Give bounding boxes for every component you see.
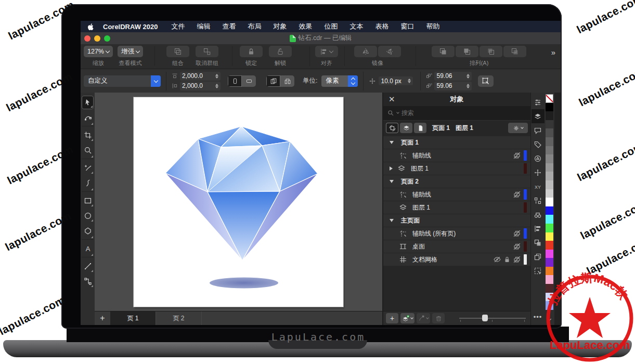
all-pages-size-button[interactable] — [280, 75, 294, 87]
printer-off-icon[interactable] — [513, 242, 521, 251]
menu-帮助[interactable]: 帮助 — [426, 22, 439, 31]
tree-page-row[interactable]: 页面 1 — [383, 136, 530, 149]
page-tab[interactable]: 页 1 — [110, 311, 156, 325]
drawing-canvas[interactable]: + 页 1页 2 — [95, 93, 382, 325]
collapse-arrow-icon[interactable] — [390, 141, 394, 144]
layer-color-indicator[interactable] — [524, 189, 527, 200]
menu-查看[interactable]: 查看 — [222, 22, 236, 31]
tag-docker-icon[interactable] — [532, 137, 545, 151]
color-swatch[interactable] — [546, 224, 553, 232]
color-swatch[interactable] — [546, 189, 553, 198]
docker-search-input[interactable]: 搜索 — [383, 106, 530, 121]
text-tool[interactable]: A — [82, 242, 94, 257]
app-name[interactable]: CorelDRAW 2020 — [103, 23, 158, 31]
printer-off-icon[interactable] — [513, 255, 521, 264]
color-swatch[interactable] — [546, 154, 553, 163]
arrange-back-one-button[interactable] — [503, 46, 526, 57]
boundary-docker-icon[interactable] — [532, 264, 545, 278]
tree-layer-row[interactable]: 辅助线 — [383, 188, 530, 201]
add-page-button[interactable]: + — [95, 311, 110, 325]
landscape-orientation-button[interactable] — [242, 75, 256, 87]
line-tool[interactable] — [82, 259, 94, 273]
align-dropdown-button[interactable] — [315, 46, 338, 57]
layer-color-indicator[interactable] — [524, 241, 527, 252]
apple-logo-icon[interactable] — [87, 23, 95, 31]
toolbar-overflow-button[interactable]: » — [551, 46, 558, 57]
no-fill-swatch[interactable] — [546, 94, 553, 103]
mirror-horizontal-button[interactable] — [354, 46, 377, 57]
symbols-docker-icon[interactable] — [532, 151, 545, 165]
lock-button[interactable] — [240, 46, 263, 57]
treat-as-filled-button[interactable] — [478, 75, 494, 87]
new-page-button[interactable]: + — [386, 313, 398, 323]
color-swatch[interactable] — [546, 128, 553, 137]
layer-color-indicator[interactable] — [524, 150, 527, 161]
color-swatch[interactable] — [546, 172, 553, 180]
menu-窗口[interactable]: 窗口 — [400, 22, 414, 31]
units-dropdown[interactable]: 像素 — [321, 75, 358, 87]
ellipse-tool[interactable] — [82, 209, 94, 223]
duplicate-x-field[interactable]: 59.06 — [434, 72, 472, 81]
color-swatch[interactable] — [546, 163, 553, 172]
comments-docker-icon[interactable] — [532, 123, 545, 137]
menu-编辑[interactable]: 编辑 — [197, 22, 210, 31]
mirror-vertical-button[interactable] — [378, 46, 401, 57]
zoom-tool[interactable] — [82, 144, 94, 159]
portrait-orientation-button[interactable] — [228, 75, 242, 87]
arrange-to-front-button[interactable] — [432, 46, 455, 57]
lock-icon[interactable] — [503, 255, 511, 264]
delete-button[interactable] — [432, 313, 445, 323]
color-swatch[interactable] — [546, 206, 553, 215]
layer-color-indicator[interactable] — [524, 163, 527, 174]
page-height-field[interactable]: 2,000.0 — [180, 82, 221, 90]
current-page-size-button[interactable] — [266, 75, 280, 87]
smart-drawing-tool[interactable] — [82, 176, 94, 192]
color-swatch[interactable] — [546, 250, 553, 258]
diamond-artwork[interactable] — [134, 97, 343, 307]
menu-文本[interactable]: 文本 — [349, 22, 363, 31]
tree-layer-row[interactable]: 文档网格 — [383, 253, 530, 266]
objects-docker-icon[interactable] — [532, 109, 545, 123]
tree-layer-row[interactable]: 辅助线 (所有页) — [383, 227, 530, 240]
connector-tool[interactable] — [82, 275, 94, 288]
color-swatch[interactable] — [546, 232, 553, 241]
view-pages-button[interactable] — [414, 123, 426, 133]
color-swatch[interactable] — [546, 103, 553, 112]
layer-color-indicator[interactable] — [524, 254, 527, 265]
freehand-tool[interactable] — [82, 161, 94, 175]
color-swatch[interactable] — [546, 180, 553, 189]
color-swatch[interactable] — [546, 137, 553, 146]
slider-thumb[interactable] — [482, 315, 488, 321]
rectangle-tool[interactable] — [82, 194, 94, 207]
step-repeat-docker-icon[interactable] — [532, 250, 545, 264]
view-pages-layers-objects-button[interactable] — [386, 123, 398, 133]
document-page[interactable] — [134, 97, 343, 307]
search-options-chevron-icon[interactable] — [396, 111, 399, 114]
color-swatch[interactable] — [546, 111, 553, 120]
tree-page-row[interactable]: 主页面 — [383, 214, 530, 227]
tree-layer-row[interactable]: 桌面 — [383, 240, 530, 253]
new-master-layer-button[interactable] — [417, 313, 430, 323]
tree-layer-row[interactable]: 图层 1 — [383, 162, 530, 175]
ungroup-button[interactable] — [196, 46, 218, 57]
eye-off-icon[interactable] — [493, 255, 501, 264]
layer-color-indicator[interactable] — [524, 202, 527, 213]
expand-arrow-icon[interactable] — [390, 166, 393, 171]
more-dockers-icon[interactable]: ••• — [534, 313, 542, 321]
pick-tool[interactable] — [82, 96, 94, 109]
transform-docker-icon[interactable] — [532, 165, 545, 179]
unlock-button[interactable] — [269, 46, 292, 57]
shaping-docker-icon[interactable] — [532, 236, 545, 250]
zoom-level-dropdown[interactable]: 127% — [84, 46, 113, 57]
menu-布局[interactable]: 布局 — [248, 22, 261, 31]
menu-文件[interactable]: 文件 — [171, 22, 185, 31]
color-swatch[interactable] — [546, 120, 553, 129]
printer-off-icon[interactable] — [513, 151, 521, 160]
group-button[interactable] — [166, 46, 189, 57]
tree-page-row[interactable]: 页面 2 — [383, 175, 530, 188]
printer-off-icon[interactable] — [513, 190, 521, 199]
polygon-tool[interactable] — [82, 224, 94, 240]
menu-表格[interactable]: 表格 — [375, 22, 388, 31]
find-replace-docker-icon[interactable] — [532, 207, 545, 222]
tree-layer-row[interactable]: 辅助线 — [383, 149, 530, 162]
